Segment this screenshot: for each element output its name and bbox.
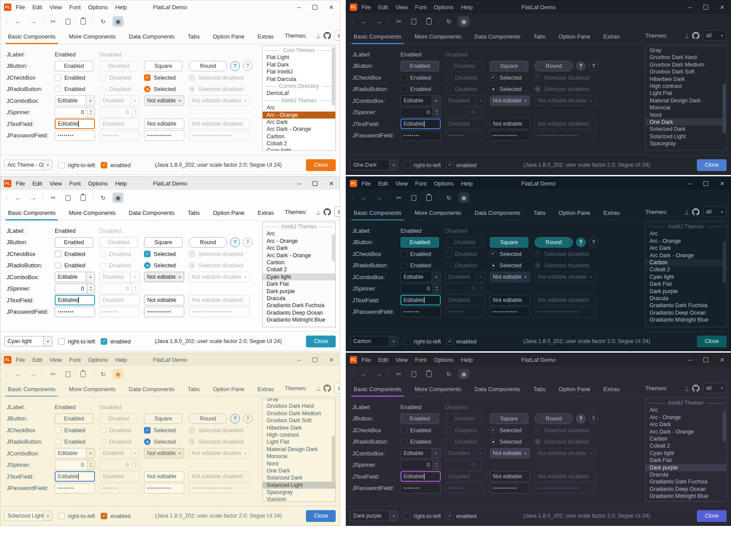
- tab-more-components[interactable]: More Components: [412, 33, 464, 44]
- menu-item-font[interactable]: Font: [69, 4, 81, 10]
- tab-more-components[interactable]: More Components: [412, 210, 464, 220]
- jcheckbox-enabled[interactable]: Enabled: [55, 427, 85, 434]
- maximize-icon[interactable]: [703, 181, 708, 186]
- theme-switcher-combo[interactable]: Arc Theme - O...▼: [4, 160, 53, 170]
- jcombobox-editable[interactable]: Editable▼: [55, 448, 95, 458]
- forward-icon[interactable]: →: [373, 369, 384, 379]
- spinner-buttons[interactable]: ▲▼: [87, 108, 95, 117]
- maximize-icon[interactable]: [313, 5, 317, 10]
- theme-item-gruvbox-dark-soft[interactable]: Gruvbox Dark Soft: [646, 68, 726, 75]
- tab-data-components[interactable]: Data Components: [127, 386, 177, 396]
- forward-icon[interactable]: →: [28, 192, 39, 203]
- theme-item-carbon[interactable]: Carbon: [263, 133, 335, 140]
- jbutton-enabled[interactable]: Enabled: [401, 61, 439, 71]
- tab-basic-components[interactable]: Basic Components: [351, 33, 404, 44]
- jbutton-round[interactable]: Round: [534, 237, 573, 248]
- download-icon[interactable]: ↓: [685, 385, 689, 391]
- help-button[interactable]: ?: [576, 238, 586, 247]
- tab-option-pane[interactable]: Option Pane: [211, 210, 246, 220]
- theme-item-arc-dark[interactable]: Arc Dark: [646, 245, 726, 252]
- tab-data-components[interactable]: Data Components: [127, 210, 177, 220]
- jbutton-square[interactable]: Square: [144, 61, 183, 71]
- jpasswordfield[interactable]: ••••••••••••: [490, 307, 530, 317]
- theme-item-dark-purple[interactable]: Dark purple: [646, 464, 726, 471]
- close-button[interactable]: Close: [306, 510, 336, 522]
- help-secondary-button[interactable]: ?: [243, 61, 253, 71]
- theme-item-arc-orange[interactable]: Arc - Orange: [646, 414, 726, 421]
- theme-item-high-contrast[interactable]: High contrast: [646, 83, 726, 90]
- theme-item-solarized-dark[interactable]: Solarized Dark: [263, 474, 335, 481]
- theme-item-dark-purple[interactable]: Dark purple: [646, 288, 726, 295]
- spinner-buttons[interactable]: ▲▼: [432, 108, 440, 117]
- menu-item-edit[interactable]: Edit: [378, 4, 388, 10]
- jbutton-enabled[interactable]: Enabled: [55, 413, 93, 424]
- maximize-icon[interactable]: [313, 357, 317, 362]
- back-icon[interactable]: ←: [13, 192, 24, 203]
- tab-extras[interactable]: Extras: [601, 386, 622, 396]
- theme-item-arc-dark-orange[interactable]: Arc Dark - Orange: [646, 428, 726, 435]
- theme-item-arc-orange[interactable]: Arc - Orange: [263, 112, 335, 119]
- jspinner[interactable]: 0▲▼: [401, 284, 441, 294]
- jtextfield-editable[interactable]: Editable: [401, 471, 441, 482]
- theme-item-gruvbox-dark-medium[interactable]: Gruvbox Dark Medium: [646, 61, 726, 68]
- tab-option-pane[interactable]: Option Pane: [556, 210, 592, 220]
- menu-item-font[interactable]: Font: [69, 180, 81, 187]
- spinner-buttons[interactable]: ▲▼: [87, 460, 95, 470]
- close-button[interactable]: Close: [697, 336, 727, 347]
- tab-option-pane[interactable]: Option Pane: [556, 386, 592, 396]
- enabled-checkbox[interactable]: ✓enabled: [446, 162, 476, 168]
- theme-item-dracula[interactable]: Dracula: [646, 471, 726, 478]
- scrollbar-thumb[interactable]: [332, 436, 335, 485]
- enabled-checkbox[interactable]: ✓enabled: [101, 338, 130, 345]
- jradiobutton-selected[interactable]: Selected: [144, 86, 176, 92]
- help-button[interactable]: ?: [230, 238, 240, 247]
- jbutton-square[interactable]: Square: [144, 237, 183, 248]
- forward-icon[interactable]: →: [373, 192, 384, 203]
- help-secondary-button[interactable]: ?: [243, 414, 253, 424]
- theme-item-arc-dark[interactable]: Arc Dark: [646, 421, 726, 428]
- theme-item-one-dark[interactable]: One Dark: [263, 467, 335, 474]
- theme-item-carbon[interactable]: Carbon: [646, 259, 726, 266]
- theme-item-cobalt-2[interactable]: Cobalt 2: [646, 442, 726, 449]
- copy-icon[interactable]: [408, 192, 419, 203]
- rtl-checkbox[interactable]: right-to-left: [58, 162, 95, 168]
- scrollbar-thumb[interactable]: [332, 234, 335, 261]
- jspinner[interactable]: 0▲▼: [55, 107, 95, 118]
- jbutton-enabled[interactable]: Enabled: [401, 413, 439, 424]
- minimize-icon[interactable]: –: [688, 180, 692, 186]
- close-window-icon[interactable]: ×: [329, 180, 334, 187]
- jcombobox-editable[interactable]: Editable▼: [401, 95, 441, 106]
- rtl-checkbox[interactable]: right-to-left: [404, 513, 441, 519]
- menu-item-options[interactable]: Options: [434, 357, 453, 363]
- back-icon[interactable]: ←: [13, 369, 24, 379]
- github-icon[interactable]: [692, 32, 699, 39]
- menu-item-edit[interactable]: Edit: [32, 180, 42, 187]
- jbutton-square[interactable]: Square: [144, 413, 183, 424]
- theme-item-gruvbox-dark-medium[interactable]: Gruvbox Dark Medium: [263, 410, 335, 417]
- themes-scrollbar[interactable]: [331, 46, 335, 150]
- github-icon[interactable]: [323, 32, 331, 39]
- jbutton-enabled[interactable]: Enabled: [401, 237, 439, 248]
- theme-filter-combo[interactable]: all▼: [334, 30, 340, 41]
- download-icon[interactable]: ↓: [685, 33, 689, 38]
- tab-option-pane[interactable]: Option Pane: [556, 33, 592, 44]
- download-icon[interactable]: ↓: [316, 209, 320, 214]
- theme-item-gray[interactable]: Gray: [646, 47, 726, 54]
- help-secondary-button[interactable]: ?: [589, 238, 598, 247]
- theme-item-solarized-light[interactable]: Solarized Light: [263, 482, 335, 489]
- jtextfield-editable[interactable]: Editable: [401, 119, 441, 129]
- jpasswordfield[interactable]: ••••••••••••: [490, 130, 530, 141]
- theme-item-dark-purple[interactable]: Dark purple: [263, 288, 335, 295]
- scrollbar-thumb[interactable]: [723, 411, 726, 442]
- help-button[interactable]: ?: [230, 414, 240, 424]
- paste-icon[interactable]: [77, 369, 88, 379]
- theme-item-gradianto-dark-fuchsia[interactable]: Gradianto Dark Fuchsia: [263, 302, 335, 309]
- themes-scrollbar[interactable]: [722, 46, 726, 150]
- tab-option-pane[interactable]: Option Pane: [211, 386, 246, 396]
- close-button[interactable]: Close: [697, 159, 727, 171]
- theme-item-arc-dark-orange[interactable]: Arc Dark - Orange: [263, 252, 335, 259]
- minimize-icon[interactable]: –: [297, 4, 301, 10]
- scrollbar-thumb[interactable]: [723, 84, 726, 133]
- enabled-checkbox[interactable]: ✓enabled: [101, 513, 130, 519]
- jbutton-enabled[interactable]: Enabled: [55, 237, 93, 248]
